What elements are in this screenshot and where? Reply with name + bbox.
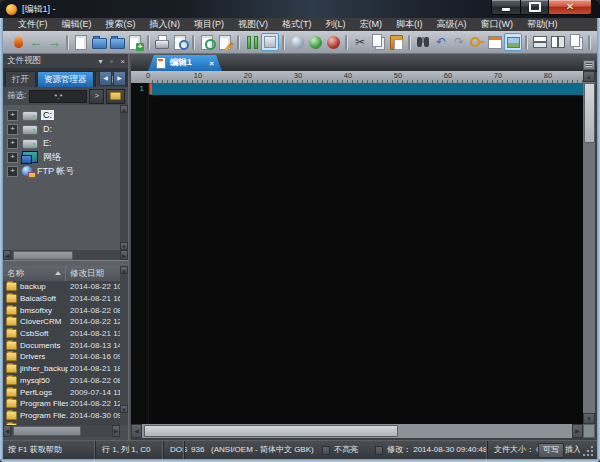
file-list-row[interactable]: BaicaiSoft 2014-08-21 16 <box>3 293 120 305</box>
file-list-row[interactable]: CsbSoft 2014-08-21 13 <box>3 328 120 340</box>
find-icon[interactable] <box>414 33 432 51</box>
menu-item[interactable]: 列(L) <box>319 18 353 31</box>
sidebar-tab[interactable]: 资源管理器 <box>37 71 94 87</box>
tab-scroll-right-button[interactable]: ▶ <box>113 71 126 86</box>
edit-page-icon[interactable] <box>216 33 234 51</box>
column-header-name[interactable]: 名称 <box>3 266 66 281</box>
tab-scroll-left-button[interactable]: ◀ <box>99 71 112 86</box>
file-list-row[interactable]: bmsoftxy 2014-08-22 08 <box>3 304 120 316</box>
resize-grip[interactable] <box>583 446 593 456</box>
flame-icon[interactable] <box>9 33 27 51</box>
cut-icon[interactable] <box>351 33 369 51</box>
list-horizontal-scrollbar[interactable]: ◀ ▶ <box>3 425 120 437</box>
copy-icon[interactable] <box>369 33 387 51</box>
tree-item[interactable]: E: <box>3 136 128 150</box>
menu-item[interactable]: 项目(P) <box>187 18 231 31</box>
filter-browse-button[interactable] <box>106 89 125 104</box>
expander-icon[interactable] <box>7 152 18 163</box>
status-encoding[interactable]: 936 (ANSI/OEM - 简体中文 GBK) <box>184 441 314 460</box>
menu-item[interactable]: 帮助(H) <box>520 18 565 31</box>
sidebar-tab[interactable]: 打开 <box>5 71 36 87</box>
scroll-thumb[interactable] <box>144 425 398 437</box>
tab-close-icon[interactable]: × <box>209 59 214 68</box>
sync-browser-icon[interactable] <box>288 33 306 51</box>
file-list-row[interactable]: backup 2014-08-22 10 <box>3 281 120 293</box>
new-file-icon[interactable] <box>72 33 90 51</box>
split-vertical-icon[interactable] <box>549 33 567 51</box>
scroll-left-button[interactable]: ◀ <box>131 424 142 438</box>
menu-item[interactable]: 格式(T) <box>275 18 319 31</box>
scroll-left-button[interactable]: ◀ <box>3 425 11 437</box>
column-header-date[interactable]: 修改日期 <box>66 266 104 281</box>
expander-icon[interactable] <box>7 110 18 121</box>
status-mini-button[interactable] <box>322 446 330 455</box>
status-mini-button[interactable] <box>375 446 383 455</box>
status-insert-mode[interactable]: 插入 <box>565 441 580 460</box>
panel-menu-button[interactable]: ▾ <box>95 55 106 68</box>
menu-item[interactable]: 文件(F) <box>11 18 55 31</box>
save-file-icon[interactable] <box>126 33 144 51</box>
file-list-row[interactable]: PerfLogs 2009-07-14 11 <box>3 386 120 398</box>
file-list-row[interactable]: jinher_backup 2014-08-21 18 <box>3 363 120 375</box>
menu-item[interactable]: 窗口(W) <box>474 18 521 31</box>
scroll-right-button[interactable]: ▶ <box>572 424 583 438</box>
editor-vertical-scrollbar[interactable]: ▲ ▼ <box>583 71 595 424</box>
scroll-thumb[interactable] <box>13 251 73 260</box>
permissions-icon[interactable] <box>468 33 486 51</box>
word-wrap-icon[interactable] <box>243 33 261 51</box>
paste-icon[interactable] <box>387 33 405 51</box>
close-button[interactable]: ✕ <box>549 0 592 15</box>
file-list-row[interactable]: mysql50 2014-08-22 08 <box>3 375 120 387</box>
tree-item[interactable]: D: <box>3 122 128 136</box>
status-cursor-position[interactable]: 行 1, 列 1, C0 <box>95 441 150 460</box>
filter-input[interactable] <box>29 90 87 103</box>
ruler-toggle-icon[interactable] <box>261 33 279 51</box>
preview-green-globe-icon[interactable] <box>306 33 324 51</box>
menu-item[interactable]: 宏(M) <box>353 18 390 31</box>
file-list-row[interactable]: Drivers 2014-08-16 09 <box>3 351 120 363</box>
scroll-up-button[interactable]: ▲ <box>120 266 128 274</box>
scroll-thumb[interactable] <box>13 426 81 436</box>
panel-close-button[interactable]: × <box>117 55 128 68</box>
menu-item[interactable]: 编辑(E) <box>55 18 99 31</box>
scroll-right-button[interactable]: ▶ <box>112 425 120 437</box>
expander-icon[interactable] <box>7 124 18 135</box>
print-preview-icon[interactable] <box>171 33 189 51</box>
scroll-down-button[interactable]: ▼ <box>120 242 128 250</box>
redo-icon[interactable] <box>450 33 468 51</box>
expander-icon[interactable] <box>7 166 18 177</box>
tree-item[interactable]: C: <box>3 108 128 122</box>
file-list-row[interactable]: Program Files 2014-08-22 12 <box>3 398 120 410</box>
split-horizontal-icon[interactable] <box>531 33 549 51</box>
open-folder-icon[interactable] <box>108 33 126 51</box>
tree-horizontal-scrollbar[interactable]: ◀ ▶ <box>3 250 128 260</box>
insert-date-icon[interactable] <box>486 33 504 51</box>
scroll-down-button[interactable]: ▼ <box>120 405 128 413</box>
menu-item[interactable]: 插入(N) <box>143 18 188 31</box>
file-list-row[interactable]: CloverCRM 2014-08-22 12 <box>3 316 120 328</box>
tree-vertical-scrollbar[interactable]: ▲ ▼ <box>120 105 128 250</box>
back-icon[interactable] <box>27 33 45 51</box>
snapshot-icon[interactable] <box>504 33 522 51</box>
split-handle[interactable] <box>583 60 595 70</box>
tree-item[interactable]: FTP 帐号 <box>3 164 128 178</box>
undo-icon[interactable] <box>432 33 450 51</box>
panel-pin-button[interactable]: ▫ <box>106 55 117 68</box>
expander-icon[interactable] <box>7 138 18 149</box>
document-tab[interactable]: 编辑1 × <box>148 55 222 71</box>
scroll-down-button[interactable]: ▼ <box>583 413 595 424</box>
text-area[interactable]: 1 <box>131 83 583 424</box>
menu-item[interactable]: 视图(V) <box>231 18 275 31</box>
tree-item[interactable]: 网络 <box>3 150 128 164</box>
list-vertical-scrollbar[interactable]: ▲ ▼ <box>120 266 128 425</box>
scroll-right-button[interactable]: ▶ <box>120 250 128 260</box>
menu-item[interactable]: 高级(A) <box>430 18 474 31</box>
forward-icon[interactable] <box>45 33 63 51</box>
scroll-up-button[interactable]: ▲ <box>120 105 128 113</box>
preview-red-globe-icon[interactable] <box>324 33 342 51</box>
editor-horizontal-scrollbar[interactable]: ◀ ▶ <box>131 424 583 438</box>
maximize-button[interactable] <box>521 0 549 15</box>
open-file-icon[interactable] <box>90 33 108 51</box>
clone-view-icon[interactable] <box>567 33 585 51</box>
menu-item[interactable]: 脚本(I) <box>389 18 430 31</box>
